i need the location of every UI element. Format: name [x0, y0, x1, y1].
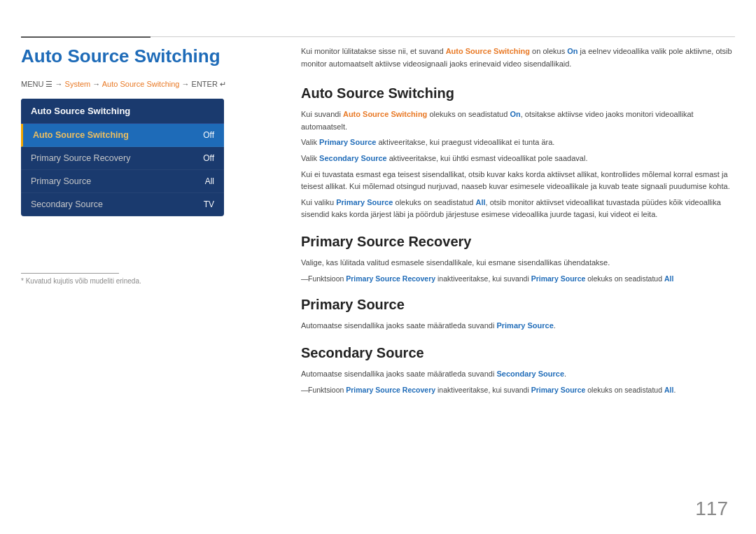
section-primary-source: Primary Source Automaatse sisendallika j…	[301, 297, 735, 332]
section-auto-source-switching: Auto Source Switching Kui suvandi Auto S…	[301, 85, 735, 221]
bold-ps-note: Primary Source	[531, 274, 586, 283]
ui-row-secondary-source[interactable]: Secondary Source TV	[21, 193, 224, 216]
left-panel: Auto Source Switching MENU ☰ → System → …	[21, 45, 273, 216]
row-value-primary-recovery: Off	[203, 153, 214, 163]
bold-on-1: On	[510, 110, 520, 118]
system-label: System	[65, 80, 91, 88]
ui-row-auto-source[interactable]: Auto Source Switching Off	[21, 124, 224, 147]
row-label-auto-source: Auto Source Switching	[33, 130, 129, 140]
auto-source-path-label: Auto Source Switching	[102, 80, 180, 88]
section-body-auto-3: Valik Secondary Source aktiveeritakse, k…	[301, 153, 735, 165]
bold-primary-source-5: Primary Source	[336, 198, 393, 206]
bold-all-note: All	[664, 274, 673, 283]
row-value-auto-source: Off	[203, 130, 214, 140]
footnote-line	[21, 273, 119, 274]
bold-secondary-source-3: Secondary Source	[319, 154, 387, 162]
bold-primary-source-s3: Primary Source	[496, 321, 553, 330]
menu-path: MENU ☰ → System → Auto Source Switching …	[21, 80, 273, 89]
section-title-secondary-source: Secondary Source	[301, 345, 735, 361]
section-primary-source-recovery: Primary Source Recovery Valige, kas lüli…	[301, 234, 735, 284]
ui-row-primary-recovery[interactable]: Primary Source Recovery Off	[21, 147, 224, 170]
section-title-auto-source: Auto Source Switching	[301, 85, 735, 101]
menu-icon: ☰	[46, 80, 55, 88]
right-panel: Kui monitor lülitatakse sisse nii, et su…	[301, 45, 735, 408]
bold-psrecovery-s4: Primary Source Recovery	[346, 386, 435, 394]
bold-all-s4: All	[664, 386, 673, 394]
section-body-recovery-1: Valige, kas lülitada valitud esmasele si…	[301, 257, 735, 269]
intro-bold-on: On	[567, 47, 578, 55]
footnote-text: * Kuvatud kujutis võib mudeliti erineda.	[21, 277, 141, 285]
row-label-primary-recovery: Primary Source Recovery	[31, 153, 130, 163]
bold-auto-source-1: Auto Source Switching	[343, 110, 427, 118]
row-value-primary-source: All	[205, 176, 214, 186]
row-value-secondary-source: TV	[204, 199, 214, 209]
section-body-auto-5: Kui valiku Primary Source olekuks on sea…	[301, 197, 735, 221]
section-secondary-source: Secondary Source Automaatse sisendallika…	[301, 345, 735, 395]
arrow2-icon: →	[92, 80, 102, 88]
section-note-recovery-1: Funktsioon Primary Source Recovery inakt…	[301, 273, 735, 285]
ui-row-primary-source[interactable]: Primary Source All	[21, 170, 224, 193]
row-label-primary-source: Primary Source	[31, 176, 91, 186]
arrow3-icon: →	[182, 80, 192, 88]
ui-settings-box: Auto Source Switching Auto Source Switch…	[21, 99, 224, 216]
section-note-secondary-1: Funktsioon Primary Source Recovery inakt…	[301, 384, 735, 396]
top-accent-line	[21, 36, 150, 38]
ui-box-header: Auto Source Switching	[21, 99, 224, 124]
arrow-icon: →	[55, 80, 65, 88]
bold-ps-s4: Primary Source	[531, 386, 586, 394]
bold-psrecovery-note: Primary Source Recovery	[346, 274, 435, 283]
intro-bold-auto-source: Auto Source Switching	[446, 47, 530, 55]
bold-primary-source-2: Primary Source	[319, 138, 376, 146]
page-title: Auto Source Switching	[21, 45, 273, 67]
section-body-auto-2: Valik Primary Source aktiveeritakse, kui…	[301, 136, 735, 149]
section-title-primary-recovery: Primary Source Recovery	[301, 234, 735, 250]
section-body-auto-1: Kui suvandi Auto Source Switching olekuk…	[301, 108, 735, 133]
enter-label: ENTER	[192, 80, 220, 88]
menu-label: MENU	[21, 80, 43, 88]
section-body-secondary-1: Automaatse sisendallika jaoks saate määr…	[301, 368, 735, 381]
row-label-secondary-source: Secondary Source	[31, 199, 103, 209]
intro-paragraph: Kui monitor lülitatakse sisse nii, et su…	[301, 45, 735, 70]
section-title-primary-source: Primary Source	[301, 297, 735, 313]
section-body-primary-1: Automaatse sisendallika jaoks saate määr…	[301, 320, 735, 332]
page-number: 117	[695, 498, 728, 520]
section-body-auto-4: Kui ei tuvastata esmast ega teisest sise…	[301, 169, 735, 193]
enter-icon: ↵	[220, 80, 226, 88]
bold-all-5: All	[476, 198, 486, 206]
bold-secondary-source-s4: Secondary Source	[496, 370, 564, 378]
